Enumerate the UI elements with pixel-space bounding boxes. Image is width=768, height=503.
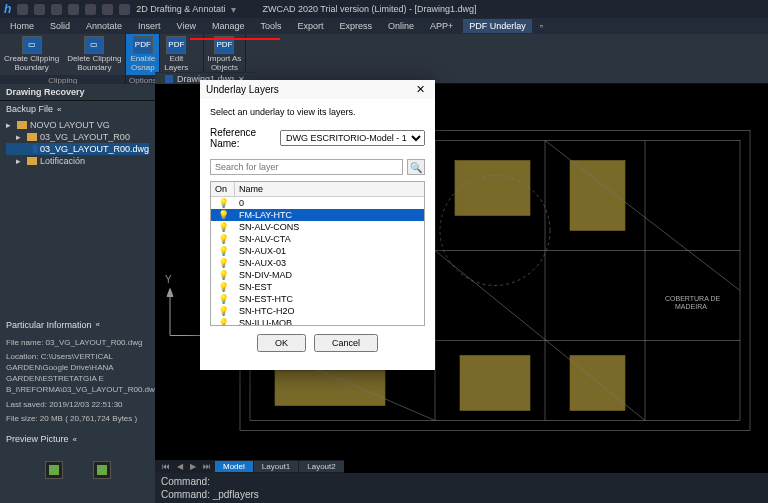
layer-search-input[interactable]: [210, 159, 403, 175]
tab-app+[interactable]: APP+: [424, 19, 459, 33]
layer-row[interactable]: 💡SN-HTC-H2O: [211, 305, 424, 317]
layout-tab-model[interactable]: Model: [215, 461, 253, 472]
tab-view[interactable]: View: [171, 19, 202, 33]
layers-icon: PDF: [166, 36, 186, 54]
bulb-icon[interactable]: 💡: [211, 245, 235, 257]
bulb-icon[interactable]: 💡: [211, 221, 235, 233]
svg-rect-12: [570, 356, 625, 411]
svg-rect-7: [275, 371, 385, 406]
bulb-icon[interactable]: 💡: [211, 233, 235, 245]
ribbon-minimize-icon[interactable]: ▫: [540, 21, 543, 31]
preview-section[interactable]: Preview Picture«: [0, 431, 155, 447]
tab-online[interactable]: Online: [382, 19, 420, 33]
workspace-selector[interactable]: 2D Drafting & Annotati: [136, 4, 225, 14]
clip-icon: ▭: [22, 36, 42, 54]
tab-pdf-underlay[interactable]: PDF Underlay: [463, 19, 532, 33]
delete-clipping-boundary-button[interactable]: ▭ Delete Clipping Boundary: [63, 34, 125, 75]
clip-delete-icon: ▭: [84, 36, 104, 54]
backup-file-section[interactable]: Backup File«: [0, 101, 155, 117]
file-tree: ▸NOVO LAYOUT VG▸03_VG_LAYOUT_R0003_VG_LA…: [0, 117, 155, 173]
app-title: ZWCAD 2020 Trial version (Limited) - [Dr…: [262, 4, 476, 14]
tab-nav-next-icon[interactable]: ▶: [187, 462, 199, 471]
layer-row[interactable]: 💡SN-AUX-03: [211, 257, 424, 269]
tab-tools[interactable]: Tools: [254, 19, 287, 33]
bulb-icon[interactable]: 💡: [211, 305, 235, 317]
tree-item[interactable]: ▸Lotificación: [6, 155, 149, 167]
layout-tab-layout1[interactable]: Layout1: [254, 461, 298, 472]
preview-thumb[interactable]: [45, 461, 63, 479]
layer-row[interactable]: 💡FM-LAY-HTC: [211, 209, 424, 221]
create-clipping-boundary-button[interactable]: ▭ Create Clipping Boundary: [0, 34, 63, 75]
dialog-title: Underlay Layers: [206, 84, 279, 95]
enable-osnap-button[interactable]: PDF Enable Osnap: [126, 34, 159, 75]
qat-icon[interactable]: [102, 4, 113, 15]
command-line[interactable]: Command: Command: _pdflayers: [155, 473, 768, 503]
panel-title: Drawing Recovery: [0, 84, 155, 101]
preview-thumb[interactable]: [93, 461, 111, 479]
tree-item[interactable]: 03_VG_LAYOUT_R00.dwg: [6, 143, 149, 155]
tab-manage[interactable]: Manage: [206, 19, 251, 33]
column-on[interactable]: On: [211, 182, 235, 196]
layer-list[interactable]: On Name 💡0💡FM-LAY-HTC💡SN-ALV-CONS💡SN-ALV…: [210, 181, 425, 326]
svg-rect-9: [455, 161, 530, 216]
column-name[interactable]: Name: [235, 182, 424, 196]
ucs-y-label: Y: [165, 274, 172, 285]
ribbon: ▭ Create Clipping Boundary ▭ Delete Clip…: [0, 34, 768, 84]
bulb-icon[interactable]: 💡: [211, 209, 235, 221]
qat-icon[interactable]: [85, 4, 96, 15]
command-history: Command:: [161, 475, 762, 488]
file-info: File name: 03_VG_LAYOUT_R00.dwg Location…: [0, 333, 155, 431]
tab-express[interactable]: Express: [334, 19, 379, 33]
tab-insert[interactable]: Insert: [132, 19, 167, 33]
drawing-text-label: MADEIRA: [675, 303, 707, 310]
dialog-titlebar[interactable]: Underlay Layers ✕: [200, 80, 435, 99]
qat-icon[interactable]: [51, 4, 62, 15]
tree-item[interactable]: ▸03_VG_LAYOUT_R00: [6, 131, 149, 143]
layer-row[interactable]: 💡SN-AUX-01: [211, 245, 424, 257]
tab-annotate[interactable]: Annotate: [80, 19, 128, 33]
bulb-icon[interactable]: 💡: [211, 269, 235, 281]
tab-nav-first-icon[interactable]: ⏮: [159, 462, 173, 471]
tab-home[interactable]: Home: [4, 19, 40, 33]
tab-nav-prev-icon[interactable]: ◀: [174, 462, 186, 471]
ok-button[interactable]: OK: [257, 334, 306, 352]
edit-layers-button[interactable]: PDF Edit Layers: [160, 34, 192, 75]
bulb-icon[interactable]: 💡: [211, 317, 235, 326]
svg-marker-19: [167, 289, 173, 297]
layer-row[interactable]: 💡SN-ALV-CTA: [211, 233, 424, 245]
layout-tabs: ⏮ ◀ ▶ ⏭ ModelLayout1Layout2: [155, 460, 344, 473]
qat-icon[interactable]: [119, 4, 130, 15]
titlebar: h 2D Drafting & Annotati ▾ ZWCAD 2020 Tr…: [0, 0, 768, 18]
cancel-button[interactable]: Cancel: [314, 334, 378, 352]
tab-nav-last-icon[interactable]: ⏭: [200, 462, 214, 471]
bulb-icon[interactable]: 💡: [211, 293, 235, 305]
tab-solid[interactable]: Solid: [44, 19, 76, 33]
tree-item[interactable]: ▸NOVO LAYOUT VG: [6, 119, 149, 131]
layer-row[interactable]: 💡SN-DIV-MAD: [211, 269, 424, 281]
qat-icon[interactable]: [17, 4, 28, 15]
layout-tab-layout2[interactable]: Layout2: [299, 461, 343, 472]
layer-row[interactable]: 💡0: [211, 197, 424, 209]
tab-export[interactable]: Export: [291, 19, 329, 33]
drawing-text-label: COBERTURA DE: [665, 295, 720, 302]
layer-row[interactable]: 💡SN-EST: [211, 281, 424, 293]
reference-name-label: Reference Name:: [210, 127, 274, 149]
preview-thumbnails: [0, 447, 155, 483]
qat-icon[interactable]: [34, 4, 45, 15]
qat-icon[interactable]: [68, 4, 79, 15]
layer-row[interactable]: 💡SN-EST-HTC: [211, 293, 424, 305]
layer-row[interactable]: 💡SN-ILU-MOB: [211, 317, 424, 326]
bulb-icon[interactable]: 💡: [211, 281, 235, 293]
close-icon[interactable]: ✕: [412, 83, 429, 96]
bulb-icon[interactable]: 💡: [211, 197, 235, 209]
command-prompt: Command: _pdflayers: [161, 488, 762, 501]
search-icon[interactable]: 🔍: [407, 159, 425, 175]
dwg-icon: [165, 75, 173, 83]
reference-name-select[interactable]: DWG ESCRITORIO-Model - 1: [280, 130, 425, 146]
pdf-icon: PDF: [133, 36, 153, 54]
layer-row[interactable]: 💡SN-ALV-CONS: [211, 221, 424, 233]
import-as-objects-button[interactable]: PDF Import As Objects: [204, 34, 246, 75]
drawing-recovery-panel: Drawing Recovery Backup File« ▸NOVO LAYO…: [0, 84, 155, 503]
bulb-icon[interactable]: 💡: [211, 257, 235, 269]
particular-info-section[interactable]: Particular Information«: [0, 317, 155, 333]
